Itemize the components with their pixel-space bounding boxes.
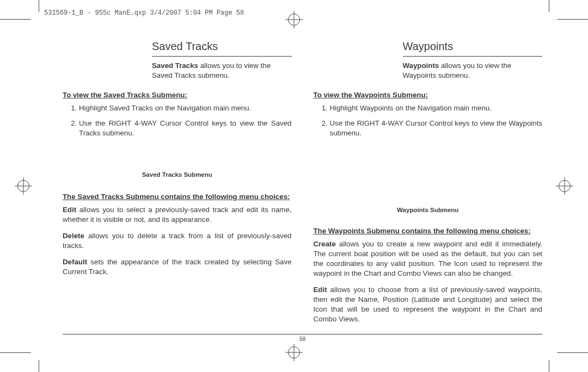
step-item: Highlight Waypoints on the Navigation ma… — [330, 103, 543, 113]
waypoints-steps: Highlight Waypoints on the Navigation ma… — [314, 103, 543, 138]
label-bold: Default — [63, 258, 87, 266]
registration-mark-icon — [559, 180, 571, 192]
label-bold: Delete — [63, 232, 84, 240]
step-item: Use the RIGHT 4-WAY Cursor Control keys … — [330, 119, 543, 138]
label-rest: allows you to select a previously-saved … — [63, 206, 292, 224]
step-item: Highlight Saved Tracks on the Navigation… — [79, 103, 292, 113]
waypoints-create: Create allows you to create a new waypoi… — [314, 239, 543, 278]
registration-mark-icon — [288, 14, 300, 26]
column-waypoints: Waypoints Waypoints allows you to view t… — [314, 39, 543, 334]
crop-mark — [39, 360, 39, 372]
saved-tracks-intro: Saved Tracks allows you to view the Save… — [152, 61, 292, 80]
crop-mark — [557, 352, 588, 353]
label-bold: Create — [314, 240, 336, 248]
crop-mark — [549, 0, 549, 12]
waypoints-intro: Waypoints allows you to view the Waypoin… — [403, 61, 543, 80]
intro-bold: Waypoints — [403, 61, 439, 70]
waypoints-title: Waypoints — [403, 39, 543, 57]
crop-mark — [39, 0, 39, 12]
label-bold: Edit — [314, 286, 327, 294]
saved-tracks-default: Default sets the appearance of the track… — [63, 257, 292, 277]
label-rest: allows you to choose from a list of prev… — [314, 286, 543, 323]
page-content: Saved Tracks Saved Tracks allows you to … — [63, 39, 542, 334]
waypoints-view-heading: To view the Waypoints Submenu: — [314, 90, 543, 100]
saved-tracks-choices-heading: The Saved Tracks Submenu contains the fo… — [63, 192, 292, 202]
column-saved-tracks: Saved Tracks Saved Tracks allows you to … — [63, 39, 292, 334]
waypoints-choices-heading: The Waypoints Submenu contains the follo… — [314, 226, 543, 236]
label-rest: allows you to create a new waypoint and … — [314, 240, 543, 277]
print-header: 531569-1_B - 955c ManE.qxp 3/4/2007 5:04… — [44, 9, 244, 17]
saved-tracks-caption: Saved Tracks Submenu — [63, 171, 292, 179]
registration-mark-icon — [17, 180, 29, 192]
crop-mark — [557, 19, 588, 20]
label-rest: sets the appearance of the track created… — [63, 258, 292, 276]
step-item: Use the RIGHT 4-WAY Cursor Control keys … — [79, 119, 292, 138]
label-rest: allows you to delete a track from a list… — [63, 232, 292, 250]
intro-bold: Saved Tracks — [152, 61, 198, 70]
saved-tracks-delete: Delete allows you to delete a track from… — [63, 231, 292, 251]
registration-mark-icon — [288, 346, 300, 358]
crop-mark — [0, 19, 31, 20]
saved-tracks-edit: Edit allows you to select a previously-s… — [63, 205, 292, 225]
page-number: 58 — [299, 336, 305, 342]
crop-mark — [0, 352, 31, 353]
waypoints-edit: Edit allows you to choose from a list of… — [314, 285, 543, 324]
footer-rule: 58 — [63, 334, 542, 334]
saved-tracks-steps: Highlight Saved Tracks on the Navigation… — [63, 103, 292, 138]
label-bold: Edit — [63, 206, 76, 214]
saved-tracks-title: Saved Tracks — [152, 39, 292, 57]
waypoints-caption: Waypoints Submenu — [314, 206, 543, 215]
saved-tracks-view-heading: To view the Saved Tracks Submenu: — [63, 90, 292, 100]
crop-mark — [549, 360, 549, 372]
